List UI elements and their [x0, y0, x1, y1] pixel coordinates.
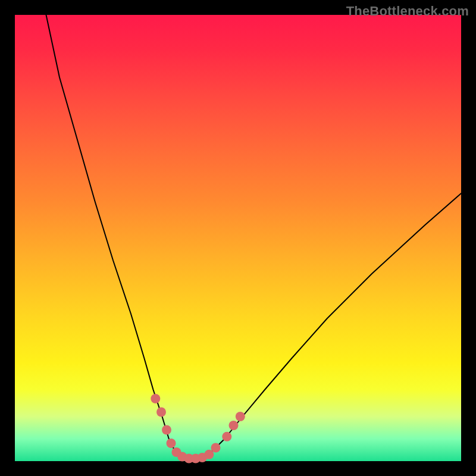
highlight-dot	[162, 425, 171, 435]
highlight-dot	[236, 412, 245, 421]
highlight-dot	[229, 421, 239, 430]
highlight-dot	[151, 394, 160, 403]
watermark-text: TheBottleneck.com	[346, 4, 469, 19]
plot-area	[15, 15, 461, 461]
marker-group	[151, 394, 245, 464]
highlight-dot	[156, 408, 166, 417]
bottleneck-curve	[46, 15, 462, 459]
highlight-dot	[211, 443, 221, 453]
chart-svg	[15, 15, 461, 461]
chart-frame: TheBottleneck.com	[0, 0, 476, 476]
highlight-dot	[167, 439, 176, 448]
highlight-dot	[222, 432, 231, 441]
